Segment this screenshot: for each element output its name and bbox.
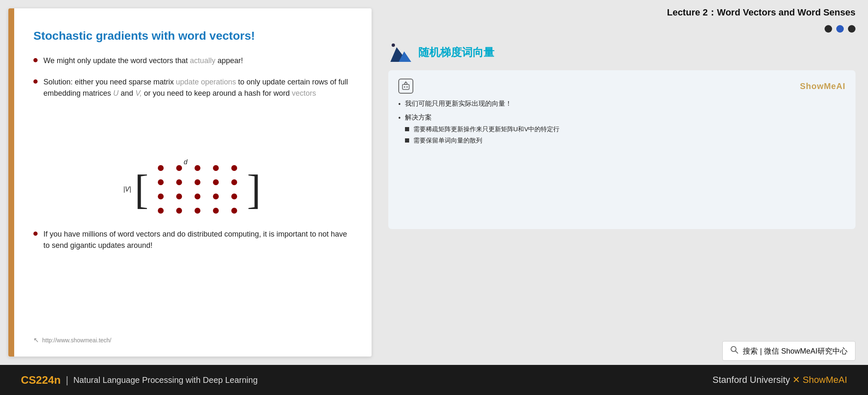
bottom-divider: | (66, 374, 68, 386)
svg-point-5 (404, 87, 405, 88)
slide-bullets-2: If you have millions of word vectors and… (33, 229, 351, 328)
bottom-left: CS224n | Natural Language Processing wit… (21, 374, 258, 387)
dot-r4c2 (176, 208, 182, 214)
svg-point-4 (405, 82, 407, 82)
search-icon (730, 346, 739, 356)
svg-rect-1 (402, 84, 409, 89)
bullet-text-1: We might only update the word vectors th… (43, 55, 351, 66)
search-bar[interactable]: 搜索 | 微信 ShowMeAI研究中心 (722, 341, 855, 361)
ann-bullet-1: • 我们可能只用更新实际出现的向量！ (398, 99, 845, 108)
matrix-label-v: |V| (123, 186, 131, 193)
annotation-bullets: • 我们可能只用更新实际出现的向量！ • 解决方案 需要稀疏矩阵更新操作来只更新… (398, 99, 845, 148)
ann-bullet-dot-2: • (398, 114, 401, 122)
dot-r1c4 (213, 165, 219, 171)
annotation-card-header: ShowMeAI (398, 79, 845, 94)
bottom-subtitle: Natural Language Processing with Deep Le… (73, 375, 258, 385)
bullet-1: We might only update the word vectors th… (33, 55, 351, 66)
dot-r2c5 (231, 179, 237, 185)
bottom-course: CS224n (21, 374, 61, 387)
dot-r1c1 (158, 165, 164, 171)
dot-r2c1 (158, 179, 164, 185)
ann-bullet-text-1: 我们可能只用更新实际出现的向量！ (405, 99, 512, 108)
footer-url[interactable]: http://www.showmeai.tech/ (42, 337, 111, 344)
slide-bullets: We might only update the word vectors th… (33, 55, 351, 154)
right-panel: Lecture 2：Word Vectors and Word Senses 随… (380, 0, 868, 365)
matrix-right-bracket: ] (247, 172, 261, 207)
bullet-dot-2 (33, 79, 38, 84)
bullet-text-2: Solution: either you need sparse matrix … (43, 76, 351, 99)
slide-panel: Stochastic gradients with word vectors! … (8, 8, 372, 357)
sub-bullets: 需要稀疏矩阵更新操作来只更新矩阵U和V中的特定行 需要保留单词向量的散列 (405, 125, 560, 145)
slide-left-bar (8, 8, 14, 357)
dot-r1c3 (195, 165, 200, 171)
ann-bullet-2: • 解决方案 需要稀疏矩阵更新操作来只更新矩阵U和V中的特定行 需要保留单词向量… (398, 113, 845, 148)
sub-bullet-2: 需要保留单词向量的散列 (405, 137, 560, 145)
nav-dot-3[interactable] (848, 25, 855, 33)
slide-footer: ↖ http://www.showmeai.tech/ (33, 336, 351, 344)
dot-r1c2 (176, 165, 182, 171)
dot-r2c4 (213, 179, 219, 185)
dot-r3c1 (158, 194, 164, 199)
dot-r2c2 (176, 179, 182, 185)
ann-bullet-dot-1: • (398, 100, 401, 108)
ann-bullet-content-2: 解决方案 需要稀疏矩阵更新操作来只更新矩阵U和V中的特定行 需要保留单词向量的散… (405, 113, 560, 148)
showmeai-text: ShowMeAI (803, 375, 847, 385)
dot-r3c3 (195, 194, 200, 199)
icon-svg (388, 41, 413, 64)
dot-r1c5 (231, 165, 237, 171)
bullet-dot-1 (33, 58, 38, 62)
nav-dot-2[interactable] (836, 25, 844, 33)
dot-r4c5 (231, 208, 237, 214)
svg-rect-2 (405, 83, 407, 84)
bullet-dot-3 (33, 232, 38, 236)
svg-point-6 (407, 87, 408, 88)
dot-r4c4 (213, 208, 219, 214)
showmeai-brand: ShowMeAI (800, 82, 845, 91)
search-text: 搜索 | 微信 ShowMeAI研究中心 (743, 346, 848, 356)
matrix-container: d |V| [ (33, 158, 351, 220)
main-content: Stochastic gradients with word vectors! … (0, 0, 868, 365)
annotation-icon-shape (388, 41, 413, 64)
annotation-title-cn: 随机梯度词向量 (418, 45, 494, 60)
sub-bullet-square-2 (405, 138, 409, 143)
matrix-label-d: d (184, 158, 187, 166)
bottom-right: Stanford University ✕ ShowMeAI (713, 375, 847, 385)
dot-r3c4 (213, 194, 219, 199)
svg-line-8 (736, 351, 738, 354)
nav-dots (388, 25, 855, 33)
nav-dot-1[interactable] (825, 25, 832, 33)
dot-r3c5 (231, 194, 237, 199)
sub-bullet-text-1: 需要稀疏矩阵更新操作来只更新矩阵U和V中的特定行 (413, 125, 560, 133)
matrix-left-bracket: [ (134, 172, 148, 207)
sub-bullet-square-1 (405, 127, 409, 131)
matrix-dots-grid (148, 158, 247, 220)
svg-point-0 (392, 43, 395, 47)
dot-r4c3 (195, 208, 200, 214)
bottom-bar: CS224n | Natural Language Processing wit… (0, 365, 868, 395)
sub-bullet-1: 需要稀疏矩阵更新操作来只更新矩阵U和V中的特定行 (405, 125, 560, 133)
dot-r2c3 (195, 179, 200, 185)
dot-r3c2 (176, 194, 182, 199)
annotation-header: 随机梯度词向量 (388, 41, 855, 64)
bullet-2: Solution: either you need sparse matrix … (33, 76, 351, 99)
bullet-text-3: If you have millions of word vectors and… (43, 229, 351, 251)
stanford-text: Stanford University (713, 375, 793, 385)
dot-r4c1 (158, 208, 164, 214)
slide-title: Stochastic gradients with word vectors! (33, 29, 351, 43)
ann-bullet-text-2: 解决方案 (405, 113, 560, 122)
bullet-3: If you have millions of word vectors and… (33, 229, 351, 251)
annotation-card: ShowMeAI • 我们可能只用更新实际出现的向量！ • 解决方案 需要稀疏矩… (388, 70, 855, 229)
robot-icon (398, 79, 413, 94)
cursor-icon: ↖ (33, 336, 39, 344)
lecture-title: Lecture 2：Word Vectors and Word Senses (388, 6, 855, 19)
sub-bullet-text-2: 需要保留单词向量的散列 (413, 137, 482, 145)
x-symbol: ✕ (792, 375, 800, 385)
search-area: 搜索 | 微信 ShowMeAI研究中心 (388, 333, 855, 361)
